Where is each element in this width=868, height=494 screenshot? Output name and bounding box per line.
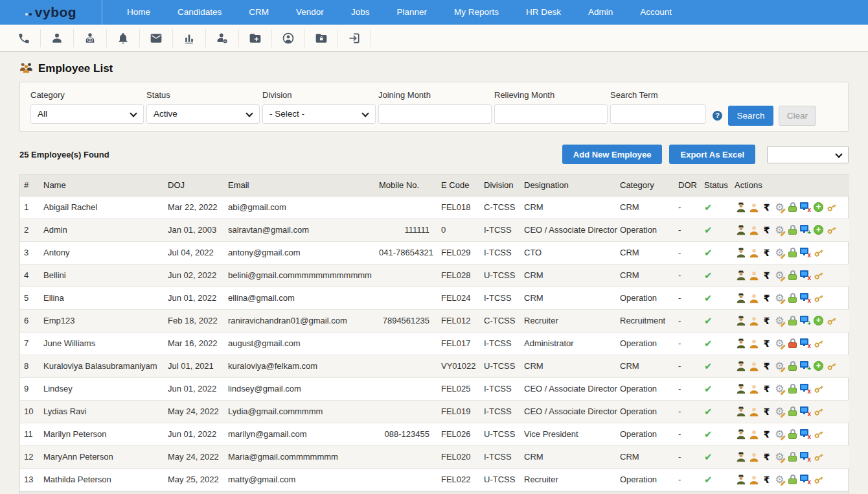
- employee-card-icon[interactable]: [735, 338, 746, 349]
- system-access-add-icon[interactable]: +: [800, 361, 811, 371]
- payroll-rupee-icon[interactable]: ₹: [761, 406, 772, 417]
- employee-card-icon[interactable]: [735, 270, 746, 281]
- lock-icon[interactable]: [787, 384, 798, 394]
- lock-icon[interactable]: [787, 452, 798, 462]
- search-term-input[interactable]: [610, 104, 706, 124]
- settings-gear-icon[interactable]: ⚙: [774, 429, 785, 440]
- key-icon[interactable]: [813, 406, 824, 417]
- user-profile-icon[interactable]: [748, 429, 759, 440]
- payroll-rupee-icon[interactable]: ₹: [761, 384, 772, 394]
- settings-gear-icon[interactable]: ⚙: [774, 270, 785, 281]
- payroll-rupee-icon[interactable]: ₹: [761, 316, 772, 326]
- nav-item-account[interactable]: Account: [626, 0, 685, 25]
- key-icon[interactable]: [813, 429, 824, 440]
- system-access-remove-icon[interactable]: x: [800, 452, 811, 462]
- user-profile-icon[interactable]: [748, 384, 759, 394]
- division-select[interactable]: - Select -: [262, 104, 376, 124]
- settings-gear-icon[interactable]: ⚙: [774, 202, 785, 213]
- nav-item-candidates[interactable]: Candidates: [164, 0, 235, 25]
- user-circle-icon[interactable]: [272, 29, 305, 47]
- lock-icon[interactable]: [787, 429, 798, 440]
- key-icon[interactable]: [826, 225, 837, 235]
- lock-icon[interactable]: [787, 406, 798, 417]
- status-select[interactable]: Active: [146, 104, 260, 124]
- system-access-remove-icon[interactable]: x: [800, 406, 811, 417]
- add-icon[interactable]: +: [813, 316, 824, 326]
- employee-card-icon[interactable]: [735, 293, 746, 303]
- lock-icon[interactable]: [787, 248, 798, 258]
- payroll-rupee-icon[interactable]: ₹: [761, 202, 772, 213]
- folder-lock-icon[interactable]: [305, 29, 338, 47]
- bar-chart-icon[interactable]: [173, 29, 206, 47]
- key-icon[interactable]: [813, 452, 824, 462]
- payroll-rupee-icon[interactable]: ₹: [761, 270, 772, 281]
- add-icon[interactable]: +: [813, 225, 824, 235]
- system-access-remove-icon[interactable]: x: [800, 475, 811, 485]
- employee-card-icon[interactable]: [735, 452, 746, 462]
- add-icon[interactable]: +: [813, 361, 824, 371]
- system-access-remove-icon[interactable]: x: [800, 384, 811, 394]
- settings-gear-icon[interactable]: ⚙: [774, 361, 785, 371]
- logo[interactable]: vybog: [0, 0, 102, 25]
- lock-icon[interactable]: [787, 361, 798, 371]
- user-profile-icon[interactable]: [748, 338, 759, 349]
- nav-item-crm[interactable]: CRM: [235, 0, 282, 25]
- sign-out-icon[interactable]: [338, 29, 371, 47]
- employee-card-icon[interactable]: [735, 202, 746, 213]
- system-access-remove-icon[interactable]: x: [800, 270, 811, 281]
- system-access-remove-icon[interactable]: x: [800, 248, 811, 258]
- key-icon[interactable]: [813, 293, 824, 303]
- add-new-employee-button[interactable]: Add New Employee: [562, 145, 663, 164]
- nav-item-planner[interactable]: Planner: [383, 0, 440, 25]
- mail-icon[interactable]: [140, 29, 173, 47]
- user-profile-icon[interactable]: [748, 202, 759, 213]
- employee-card-icon[interactable]: [735, 475, 746, 485]
- user-profile-icon[interactable]: [748, 293, 759, 303]
- lock-icon[interactable]: [787, 202, 798, 213]
- user-icon[interactable]: [41, 29, 74, 47]
- payroll-rupee-icon[interactable]: ₹: [761, 225, 772, 235]
- export-as-excel-button[interactable]: Export As Excel: [669, 145, 755, 164]
- records-select[interactable]: [767, 146, 849, 163]
- user-profile-icon[interactable]: [748, 361, 759, 371]
- settings-gear-icon[interactable]: ⚙: [774, 406, 785, 417]
- employee-card-icon[interactable]: [735, 384, 746, 394]
- payroll-rupee-icon[interactable]: ₹: [761, 248, 772, 258]
- system-access-remove-icon[interactable]: x: [800, 429, 811, 440]
- settings-gear-icon[interactable]: ⚙: [774, 293, 785, 303]
- system-access-remove-icon[interactable]: x: [800, 338, 811, 349]
- settings-gear-icon[interactable]: ⚙: [774, 452, 785, 462]
- employee-card-icon[interactable]: [735, 248, 746, 258]
- settings-gear-icon[interactable]: ⚙: [774, 384, 785, 394]
- search-button[interactable]: Search: [728, 106, 773, 126]
- user-profile-icon[interactable]: [748, 475, 759, 485]
- system-access-remove-icon[interactable]: x: [800, 202, 811, 213]
- system-access-remove-icon[interactable]: x: [800, 293, 811, 303]
- settings-gear-icon[interactable]: ⚙: [774, 338, 785, 349]
- user-settings-icon[interactable]: [206, 29, 239, 47]
- phone-icon[interactable]: [8, 29, 41, 47]
- lock-icon[interactable]: [787, 316, 798, 326]
- payroll-rupee-icon[interactable]: ₹: [761, 452, 772, 462]
- nav-item-home[interactable]: Home: [113, 0, 164, 25]
- user-profile-icon[interactable]: [748, 270, 759, 281]
- bell-icon[interactable]: [107, 29, 140, 47]
- settings-gear-icon[interactable]: ⚙: [774, 248, 785, 258]
- folder-add-icon[interactable]: [239, 29, 272, 47]
- clear-button[interactable]: Clear: [779, 106, 816, 126]
- user-profile-icon[interactable]: [748, 248, 759, 258]
- nav-item-my-reports[interactable]: My Reports: [440, 0, 512, 25]
- help-icon[interactable]: ?: [713, 111, 722, 121]
- user-box-icon[interactable]: [74, 29, 107, 47]
- payroll-rupee-icon[interactable]: ₹: [761, 429, 772, 440]
- user-profile-icon[interactable]: [748, 316, 759, 326]
- user-profile-icon[interactable]: [748, 225, 759, 235]
- lock-icon[interactable]: [787, 293, 798, 303]
- system-access-add-icon[interactable]: +: [800, 225, 811, 235]
- employee-card-icon[interactable]: [735, 406, 746, 417]
- category-select[interactable]: All: [30, 104, 144, 124]
- lock-icon[interactable]: [787, 475, 798, 485]
- settings-gear-icon[interactable]: ⚙: [774, 316, 785, 326]
- payroll-rupee-icon[interactable]: ₹: [761, 475, 772, 485]
- employee-card-icon[interactable]: [735, 225, 746, 235]
